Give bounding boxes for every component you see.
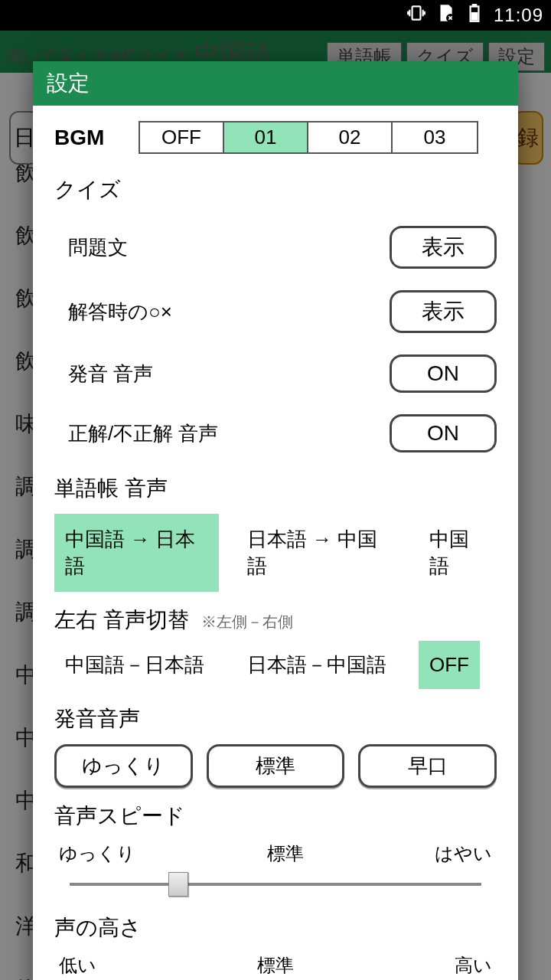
bgm-option[interactable]: 01 [224, 122, 308, 152]
vibrate-icon [406, 3, 426, 28]
wordbook-option[interactable]: 日本語 → 中国語 [236, 514, 401, 592]
speed-slider-thumb[interactable] [168, 872, 188, 897]
wordbook-option[interactable]: 中国語 [419, 514, 497, 592]
bgm-option[interactable]: 03 [393, 122, 477, 152]
clock-text: 11:09 [494, 5, 543, 26]
lr-switch-option[interactable]: OFF [419, 641, 480, 689]
bgm-row: BGM OFF010203 [54, 121, 497, 154]
speed-heading: 音声スピード [54, 802, 497, 831]
quiz-setting-button[interactable]: ON [390, 354, 497, 393]
quiz-setting-label: 解答時の○× [68, 299, 172, 325]
status-bar: 11:09 [0, 0, 551, 31]
bgm-option[interactable]: OFF [140, 122, 224, 152]
lr-switch-option[interactable]: 日本語－中国語 [236, 639, 397, 691]
quiz-setting-label: 正解/不正解 音声 [68, 420, 218, 447]
speed-slider[interactable] [70, 869, 481, 900]
quiz-setting-row: 解答時の○×表示 [54, 279, 497, 344]
battery-icon [465, 3, 484, 28]
svg-rect-3 [473, 5, 476, 6]
pitch-heading: 声の高さ [54, 913, 497, 942]
lr-switch-note: ※左側－右側 [201, 612, 293, 632]
quiz-setting-row: 問題文表示 [54, 215, 497, 279]
svg-rect-4 [472, 13, 478, 20]
svg-rect-0 [412, 6, 421, 19]
settings-modal: 設定 BGM OFF010203 クイズ 問題文表示解答時の○×表示発音 音声O… [33, 61, 518, 980]
modal-overlay: 設定 BGM OFF010203 クイズ 問題文表示解答時の○×表示発音 音声O… [0, 31, 551, 980]
quiz-setting-button[interactable]: 表示 [390, 226, 497, 269]
modal-body: BGM OFF010203 クイズ 問題文表示解答時の○×表示発音 音声ON正解… [33, 106, 518, 980]
quiz-setting-row: 発音 音声ON [54, 344, 497, 403]
lr-switch-chips: 中国語－日本語日本語－中国語OFF [54, 639, 497, 691]
wordbook-heading: 単語帳 音声 [54, 474, 497, 503]
quiz-setting-label: 問題文 [68, 234, 128, 261]
bgm-label: BGM [54, 126, 123, 150]
bgm-segment: OFF010203 [139, 121, 478, 154]
quiz-setting-button[interactable]: ON [390, 414, 497, 452]
quiz-setting-button[interactable]: 表示 [390, 290, 497, 333]
speech-rate-heading: 発音音声 [54, 704, 497, 733]
lr-switch-heading: 左右 音声切替 [54, 606, 189, 635]
modal-title: 設定 [33, 61, 518, 106]
pitch-labels: 低い 標準 高い [59, 953, 492, 978]
quiz-heading: クイズ [54, 175, 497, 204]
wordbook-chips: 中国語 → 日本語日本語 → 中国語中国語 [54, 514, 497, 592]
sd-card-error-icon [435, 3, 455, 28]
bgm-option[interactable]: 02 [308, 122, 393, 152]
lr-switch-option[interactable]: 中国語－日本語 [54, 639, 215, 691]
wordbook-option[interactable]: 中国語 → 日本語 [54, 514, 219, 592]
speech-rate-buttons: ゆっくり標準早口 [54, 744, 497, 788]
speech-rate-button[interactable]: ゆっくり [54, 744, 193, 788]
speed-labels: ゆっくり 標準 はやい [59, 841, 492, 866]
quiz-setting-row: 正解/不正解 音声ON [54, 403, 497, 463]
speech-rate-button[interactable]: 早口 [358, 744, 497, 788]
speech-rate-button[interactable]: 標準 [207, 744, 345, 788]
quiz-setting-label: 発音 音声 [68, 361, 153, 387]
app-background: 聞いて覚える4択クイズ 中国語 単語帳 クイズ 設定 日 録 飲飲飲飲味調調調中… [0, 31, 551, 980]
